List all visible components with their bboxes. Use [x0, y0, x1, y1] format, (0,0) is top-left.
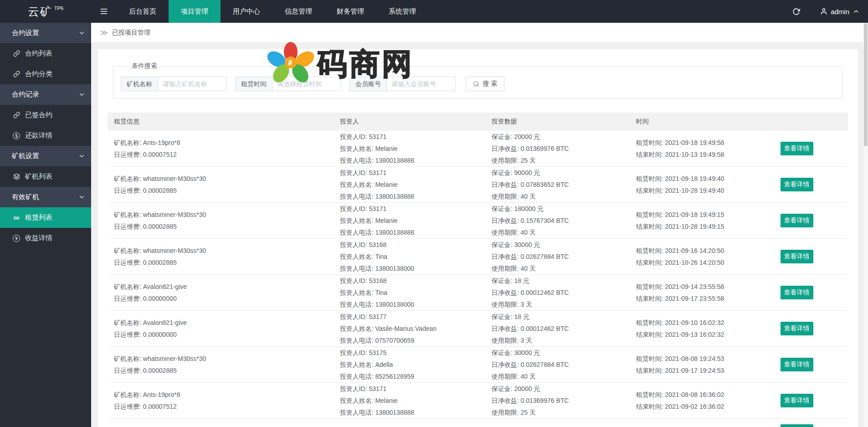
daily-profit-line: 日净收益: 0.02627884 BTC	[492, 359, 625, 370]
cell-action: 查看详情	[774, 322, 848, 335]
column-header-2: 投资数据	[485, 118, 630, 126]
fee-line: 日运维费: 0.00007512	[114, 149, 329, 160]
nav-tab-4[interactable]: 财务管理	[324, 0, 376, 23]
breadcrumb: ≫ 已投项目管理	[91, 23, 868, 43]
investor-name-line: 投资人姓名: Adella	[340, 359, 481, 370]
cell-1: 投资人ID: 53168投资人姓名: Tina投资人电话: 1380013800…	[334, 275, 485, 310]
view-detail-button[interactable]: 查看详情	[781, 250, 813, 263]
topbar-right: admin	[777, 0, 868, 23]
daily-profit-line: 日净收益: 0.01369976 BTC	[492, 395, 625, 406]
page-title: 已投项目管理	[112, 29, 150, 37]
view-detail-button[interactable]: 查看详情	[781, 358, 813, 371]
sidebar-group-8[interactable]: 有效矿机	[0, 187, 91, 207]
end-time-line: 结束时间: 2021-10-28 19:49:40	[636, 185, 770, 196]
investor-name-line: 投资人姓名: Melanie	[340, 215, 481, 226]
user-menu[interactable]: admin	[816, 8, 868, 15]
link-icon	[12, 112, 21, 118]
view-detail-button[interactable]: 查看详情	[781, 142, 813, 155]
scrollbar-thumb[interactable]	[864, 23, 868, 146]
sidebar-item-1[interactable]: 合约列表	[0, 43, 91, 64]
view-detail-button[interactable]: 查看详情	[781, 214, 813, 227]
cell-3: 租赁时间: 2021-09-14 23:55:58结束时间: 2021-09-1…	[630, 281, 774, 304]
sidebar-item-label: 矿机列表	[25, 172, 52, 181]
nav-tab-0[interactable]: 后台首页	[117, 0, 169, 23]
nav-tab-3[interactable]: 信息管理	[272, 0, 324, 23]
investor-name-line: 投资人姓名: Melanie	[340, 179, 481, 190]
rent-time-input[interactable]	[272, 77, 341, 91]
search-button[interactable]: 搜 索	[466, 77, 504, 91]
link-icon	[12, 50, 21, 57]
view-detail-button[interactable]: 查看详情	[781, 394, 813, 407]
rent-time-line: 租赁时间: 2021-08-08 16:36:02	[636, 389, 770, 401]
table-row: 矿机名称: Ants-19pro*8日运维费: 0.00007512投资人ID:…	[108, 131, 848, 167]
rent-time-line: 租赁时间: 2021-09-18 19:49:58	[636, 137, 770, 149]
sidebar-group-6[interactable]: 矿机设置	[0, 146, 91, 166]
investor-id-line: 投资人ID: 53171	[340, 167, 481, 179]
investor-name-line: 投资人姓名: Tina	[340, 287, 481, 298]
view-detail-button[interactable]: 查看详情	[781, 322, 813, 335]
sidebar-toggle-button[interactable]	[91, 0, 117, 23]
daily-profit-line: 日净收益: 0.00012462 BTC	[492, 287, 625, 298]
cell-3: 租赁时间: 2021-09-16 14:20:50结束时间: 2021-10-2…	[630, 245, 774, 268]
cell-3: 租赁时间: 2021-09-18 19:49:40结束时间: 2021-10-2…	[630, 173, 774, 196]
cell-0: 矿机名称: whatsminer-M30ss*30	[108, 424, 334, 427]
member-account-input[interactable]	[386, 77, 456, 91]
sidebar-group-3[interactable]: 合约记录	[0, 84, 91, 105]
cell-0: 矿机名称: Ants-19pro*8日运维费: 0.00007512	[108, 137, 334, 160]
end-time-line: 结束时间: 2021-09-17 23:55:58	[636, 293, 770, 304]
nav-tab-1[interactable]: 项目管理	[169, 0, 221, 23]
hamburger-icon	[99, 7, 108, 16]
leases-table: 租赁信息投资人投资数据时间 矿机名称: Ants-19pro*8日运维费: 0.…	[108, 113, 848, 427]
view-detail-button[interactable]: 查看详情	[781, 424, 813, 427]
end-time-line: 结束时间: 2021-10-26 14:20:50	[636, 257, 770, 268]
sidebar-item-label: 有效矿机	[12, 193, 39, 201]
sidebar-item-5[interactable]: $还款详情	[0, 125, 91, 146]
deposit-line: 保证金: 30000 元	[492, 424, 625, 427]
search-button-label: 搜 索	[483, 80, 497, 88]
layers-icon	[12, 173, 21, 180]
view-detail-button[interactable]: 查看详情	[781, 286, 813, 299]
sidebar-item-10[interactable]: ¥收益详情	[0, 228, 91, 248]
rent-time-line: 租赁时间: 2021-09-18 19:49:15	[636, 209, 770, 221]
sidebar-item-9[interactable]: ∞租赁列表	[0, 207, 91, 228]
table-row: 矿机名称: whatsminer-M30ss*30日运维费: 0.0000288…	[108, 239, 848, 275]
nav-tab-5[interactable]: 系统管理	[376, 0, 428, 23]
cell-2: 保证金: 180000 元日净收益: 0.15767304 BTC使用期限: 4…	[485, 203, 630, 238]
rent-time-line: 租赁时间: 2021-09-14 23:55:58	[636, 281, 770, 293]
end-time-line: 结束时间: 2021-09-17 19:24:53	[636, 365, 770, 376]
investor-name-line: 投资人姓名: Tina	[340, 251, 481, 262]
cell-3: 租赁时间: 2021-09-10 16:02:32结束时间: 2021-09-1…	[630, 317, 774, 340]
investor-id-line: 投资人ID: 53171	[340, 131, 481, 143]
nav-tab-2[interactable]: 用户中心	[221, 0, 272, 23]
investor-id-line: 投资人ID: 53175	[340, 347, 481, 359]
sidebar-item-2[interactable]: 合约分类	[0, 64, 91, 84]
search-fields: 矿机名称租赁时间会员账号	[121, 79, 464, 87]
cell-1: 投资人ID: 53171投资人姓名: Melanie投资人电话: 1380013…	[334, 203, 485, 238]
cell-1: 投资人ID: 53168投资人姓名: Tina投资人电话: 1380013800…	[334, 239, 485, 274]
investor-id-line: 投资人ID: 53171	[340, 383, 481, 395]
investor-id-line: 投资人ID: 53168	[340, 275, 481, 287]
period-line: 使用期限: 40 天	[492, 226, 625, 238]
machine-line: 矿机名称: Ants-19pro*8	[114, 137, 329, 149]
fee-line: 日运维费: 0.00000000	[114, 329, 329, 340]
sidebar-group-0[interactable]: 合约设置	[0, 23, 91, 43]
deposit-line: 保证金: 180000 元	[492, 203, 625, 215]
cell-2: 保证金: 30000 元日净收益: 0.02627884 BTC使用期限: 40…	[485, 347, 630, 382]
rent-time-label: 租赁时间	[235, 77, 272, 91]
machine-name-input[interactable]	[158, 77, 227, 91]
member-account-label: 会员账号	[349, 77, 386, 91]
vertical-scrollbar[interactable]	[863, 23, 868, 427]
investor-name-line: 投资人姓名: Vasile-Marius Vadean	[340, 323, 481, 334]
cell-2: 保证金: 18 元日净收益: 0.00012462 BTC使用期限: 3 天	[485, 311, 630, 346]
refresh-button[interactable]	[777, 8, 816, 15]
cell-0: 矿机名称: whatsminer-M30ss*30日运维费: 0.0000288…	[108, 353, 334, 376]
chevron-down-icon	[78, 30, 85, 38]
sidebar-item-4[interactable]: 已签合约	[0, 105, 91, 125]
deposit-line: 保证金: 30000 元	[492, 347, 625, 359]
cell-0: 矿机名称: whatsminer-M30ss*30日运维费: 0.0000288…	[108, 209, 334, 232]
sidebar-item-7[interactable]: 矿机列表	[0, 166, 91, 187]
cell-1: 投资人ID: 53175投资人姓名: Adella投资人电话: 85256128…	[334, 347, 485, 382]
view-detail-button[interactable]: 查看详情	[781, 178, 813, 191]
cell-1: 投资人ID: 53171投资人姓名: Melanie投资人电话: 1380013…	[334, 383, 485, 418]
investor-phone-line: 投资人电话: 13800138000	[340, 298, 481, 310]
